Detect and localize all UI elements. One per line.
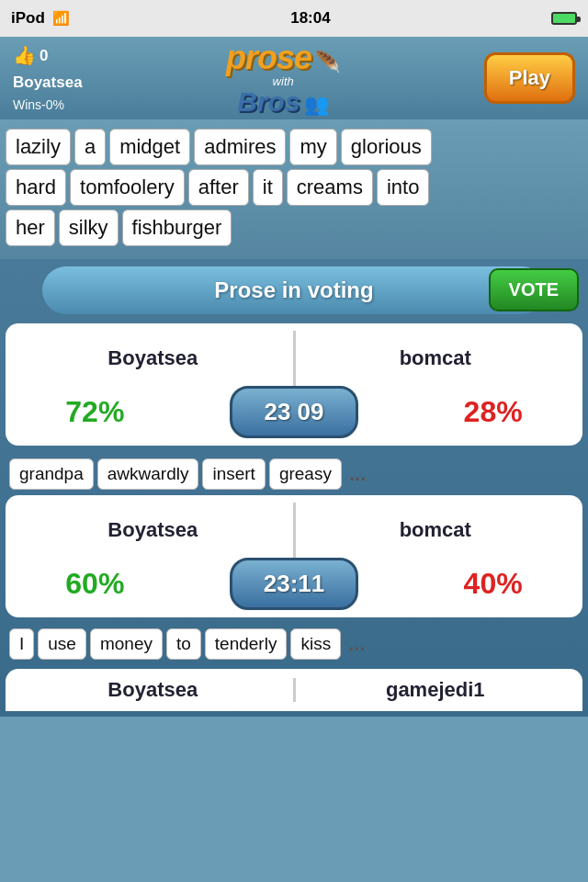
vote-card-2: Boyatsea bomcat 60% 23:11 40% xyxy=(6,495,582,617)
word-pill[interactable]: awkwardly xyxy=(97,458,199,490)
player2-name-2: bomcat xyxy=(296,518,576,542)
user-info: 👍 0 Boyatsea Wins-0% xyxy=(13,40,83,116)
vote-card-3-names: Boyatsea gamejedi1 xyxy=(13,678,575,702)
word-tile[interactable]: my xyxy=(289,129,336,165)
play-button[interactable]: Play xyxy=(484,52,575,104)
word-tile[interactable]: creams xyxy=(287,169,373,206)
word-tile[interactable]: it xyxy=(253,169,283,206)
word-tile[interactable]: a xyxy=(74,129,106,165)
player1-name-2: Boyatsea xyxy=(13,518,293,542)
carrier-label: iPod xyxy=(11,9,45,28)
player2-name: bomcat xyxy=(296,346,576,370)
word-tile[interactable]: silky xyxy=(59,209,119,246)
word-area: lazily a midget admires my glorious hard… xyxy=(0,119,588,259)
word-tile[interactable]: fishburger xyxy=(122,209,232,246)
word-pill[interactable]: greasy xyxy=(269,458,342,490)
wins-label: Wins-0% xyxy=(13,95,83,115)
word-tile[interactable]: lazily xyxy=(6,129,71,165)
vote-button[interactable]: VOTE xyxy=(489,268,579,311)
wifi-icon: 📶 xyxy=(52,10,70,27)
word-tile[interactable]: into xyxy=(377,169,429,206)
username-label: Boyatsea xyxy=(13,70,83,95)
time-display: 18:04 xyxy=(290,9,330,28)
word-row-2: hard tomfoolery after it creams into xyxy=(6,169,582,206)
vote-card-1-header: Boyatsea bomcat xyxy=(13,331,575,386)
word-pills-row-1: grandpa awkwardly insert greasy ... xyxy=(6,453,582,495)
logo-prose: prose xyxy=(226,39,311,76)
player1-name-3: Boyatsea xyxy=(13,678,293,702)
word-pill[interactable]: insert xyxy=(202,458,265,490)
word-pill[interactable]: I xyxy=(9,628,34,660)
word-pills-row-2: I use money to tenderly kiss ... xyxy=(6,623,582,665)
word-pill[interactable]: money xyxy=(90,628,163,660)
word-row-3: her silky fishburger xyxy=(6,209,582,246)
logo-quill: 🪶 xyxy=(315,51,340,74)
thumb-icon: 👍 xyxy=(13,40,36,70)
vote-score-badge: 23 09 xyxy=(230,386,358,438)
vote-score-badge-2: 23:11 xyxy=(230,558,358,610)
vote-card-2-scores: 60% 23:11 40% xyxy=(13,558,575,610)
logo-bros-icons: 👥 xyxy=(304,93,329,116)
logo: prose 🪶 with Bros 👥 xyxy=(226,41,341,116)
vote-pct1: 72% xyxy=(65,395,124,429)
prose-in-voting-label: Prose in voting xyxy=(42,266,546,314)
ellipsis-1: ... xyxy=(345,462,369,486)
logo-bros: Bros xyxy=(237,86,300,117)
vote-area: VOTE Prose in voting Boyatsea bomcat 72%… xyxy=(0,259,588,717)
word-pill[interactable]: grandpa xyxy=(9,458,94,490)
vote-card-2-header: Boyatsea bomcat xyxy=(13,503,575,558)
user-score: 0 xyxy=(40,43,48,68)
battery-icon xyxy=(551,12,577,25)
word-pill[interactable]: tenderly xyxy=(205,628,288,660)
vote-card-1: Boyatsea bomcat 72% 23 09 28% xyxy=(6,323,582,446)
vote-pct2-2: 40% xyxy=(464,567,523,601)
word-tile[interactable]: hard xyxy=(6,169,66,206)
header: 👍 0 Boyatsea Wins-0% prose 🪶 with Bros 👥… xyxy=(0,37,588,119)
player2-name-3: gamejedi1 xyxy=(296,678,576,702)
vote-pct1-2: 60% xyxy=(65,567,124,601)
word-pill[interactable]: kiss xyxy=(290,628,341,660)
word-pill[interactable]: use xyxy=(38,628,86,660)
word-pill[interactable]: to xyxy=(166,628,201,660)
vote-card-3-partial: Boyatsea gamejedi1 xyxy=(6,669,582,711)
status-bar: iPod 📶 18:04 xyxy=(0,0,588,37)
word-tile[interactable]: admires xyxy=(194,129,286,165)
ellipsis-2: ... xyxy=(345,632,368,656)
word-tile[interactable]: glorious xyxy=(341,129,432,165)
player1-name: Boyatsea xyxy=(13,346,293,370)
word-tile[interactable]: after xyxy=(188,169,249,206)
word-row-1: lazily a midget admires my glorious xyxy=(6,129,582,165)
vote-pct2: 28% xyxy=(464,395,523,429)
vote-card-1-scores: 72% 23 09 28% xyxy=(13,386,575,438)
word-tile[interactable]: tomfoolery xyxy=(70,169,185,206)
word-tile[interactable]: her xyxy=(6,209,55,246)
word-tile[interactable]: midget xyxy=(109,129,190,165)
